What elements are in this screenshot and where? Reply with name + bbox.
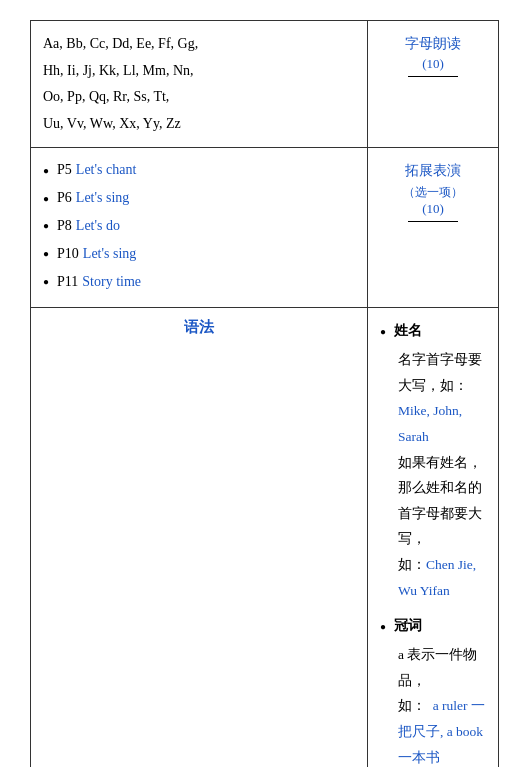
activity-text-3: Let's do xyxy=(76,214,120,238)
grammar-name-example1: Mike, John, Sarah xyxy=(398,403,462,444)
activity-ref-1: P5 xyxy=(57,158,72,182)
grammar-section-name: ● 姓名 名字首字母要大写，如：Mike, John, Sarah 如果有姓名，… xyxy=(380,318,486,603)
grammar-article-line2: 如： a ruler 一把尺子, a book 一本书 xyxy=(398,693,486,767)
row-alphabet: Aa, Bb, Cc, Dd, Ee, Ff, Gg, Hh, Ii, Jj, … xyxy=(31,21,499,148)
grammar-content-cell: ● 姓名 名字首字母要大写，如：Mike, John, Sarah 如果有姓名，… xyxy=(367,308,498,767)
grammar-article-title: 冠词 xyxy=(394,613,422,640)
bullet-dot-2: ● xyxy=(380,617,386,636)
activity-text-2: Let's sing xyxy=(76,186,129,210)
activity-list: P5 Let's chant P6 Let's sing P8 Let's do… xyxy=(43,158,355,293)
activities-score: (10) xyxy=(380,201,486,217)
grammar-name-bullet: ● 姓名 xyxy=(380,318,486,345)
alphabet-line-3: Oo, Pp, Qq, Rr, Ss, Tt, xyxy=(43,84,355,111)
grammar-label: 语法 xyxy=(184,319,214,335)
activity-item-2: P6 Let's sing xyxy=(43,186,355,210)
activities-paren: （选一项） xyxy=(380,184,486,201)
main-table: Aa, Bb, Cc, Dd, Ee, Ff, Gg, Hh, Ii, Jj, … xyxy=(30,20,499,767)
alphabet-cell: Aa, Bb, Cc, Dd, Ee, Ff, Gg, Hh, Ii, Jj, … xyxy=(31,21,368,148)
grammar-article-example1: a ruler 一把尺子, a book 一本书 xyxy=(398,698,485,764)
grammar-label-cell: 语法 xyxy=(31,308,368,767)
activities-score-underline xyxy=(408,221,458,222)
alphabet-line-1: Aa, Bb, Cc, Dd, Ee, Ff, Gg, xyxy=(43,31,355,58)
alphabet-label: 字母朗读 xyxy=(380,31,486,56)
activity-text-5: Story time xyxy=(82,270,141,294)
row-activities: P5 Let's chant P6 Let's sing P8 Let's do… xyxy=(31,148,499,308)
activity-item-3: P8 Let's do xyxy=(43,214,355,238)
alphabet-line-4: Uu, Vv, Ww, Xx, Yy, Zz xyxy=(43,111,355,138)
grammar-name-line2: 如果有姓名，那么姓和名的首字母都要大写， xyxy=(398,450,486,553)
alphabet-label-cell: 字母朗读 (10) xyxy=(367,21,498,148)
activities-label-cell: 拓展表演 （选一项） (10) xyxy=(367,148,498,308)
bullet-dot-1: ● xyxy=(380,322,386,341)
activity-ref-5: P11 xyxy=(57,270,78,294)
activity-item-5: P11 Story time xyxy=(43,270,355,294)
grammar-article-bullet: ● 冠词 xyxy=(380,613,486,640)
activity-text-1: Let's chant xyxy=(76,158,136,182)
grammar-name-example2: Chen Jie, Wu Yifan xyxy=(398,557,476,598)
alphabet-score: (10) xyxy=(380,56,486,72)
grammar-name-title: 姓名 xyxy=(394,318,422,345)
activity-text-4: Let's sing xyxy=(83,242,136,266)
row-grammar: 语法 ● 姓名 名字首字母要大写，如：Mike, John, Sarah 如果有… xyxy=(31,308,499,767)
grammar-name-line1: 名字首字母要大写，如：Mike, John, Sarah xyxy=(398,347,486,450)
grammar-article-line1: a 表示一件物品， xyxy=(398,642,486,693)
alphabet-score-underline xyxy=(408,76,458,77)
activity-ref-2: P6 xyxy=(57,186,72,210)
activity-ref-3: P8 xyxy=(57,214,72,238)
activity-ref-4: P10 xyxy=(57,242,79,266)
activities-cell: P5 Let's chant P6 Let's sing P8 Let's do… xyxy=(31,148,368,308)
grammar-name-line3: 如：Chen Jie, Wu Yifan xyxy=(398,552,486,603)
activities-label: 拓展表演 xyxy=(380,158,486,183)
grammar-section-article: ● 冠词 a 表示一件物品， 如： a ruler 一把尺子, a book 一… xyxy=(380,613,486,767)
activity-item-1: P5 Let's chant xyxy=(43,158,355,182)
alphabet-line-2: Hh, Ii, Jj, Kk, Ll, Mm, Nn, xyxy=(43,58,355,85)
activity-item-4: P10 Let's sing xyxy=(43,242,355,266)
